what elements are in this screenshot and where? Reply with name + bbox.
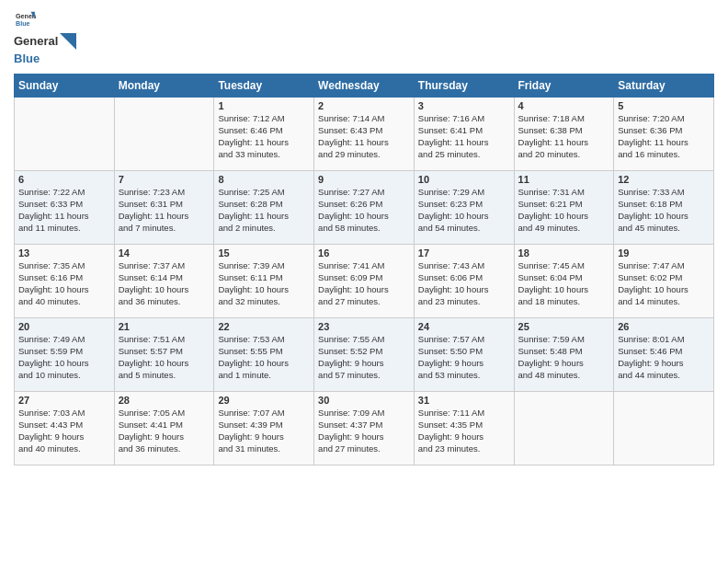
- day-header-saturday: Saturday: [614, 74, 714, 97]
- cell-w5-d4: 30Sunrise: 7:09 AM Sunset: 4:37 PM Dayli…: [314, 391, 415, 465]
- cell-w5-d3: 29Sunrise: 7:07 AM Sunset: 4:39 PM Dayli…: [214, 391, 314, 465]
- day-number: 2: [318, 100, 410, 111]
- logo: General Blue General Blue: [14, 9, 76, 66]
- cell-text: Sunrise: 7:49 AM Sunset: 5:59 PM Dayligh…: [18, 333, 110, 382]
- day-number: 9: [318, 174, 410, 185]
- day-number: 22: [218, 321, 310, 332]
- cell-w3-d6: 18Sunrise: 7:45 AM Sunset: 6:04 PM Dayli…: [514, 244, 614, 317]
- cell-w2-d4: 9Sunrise: 7:27 AM Sunset: 6:26 PM Daylig…: [314, 170, 415, 244]
- cell-w2-d1: 6Sunrise: 7:22 AM Sunset: 6:33 PM Daylig…: [15, 170, 115, 244]
- cell-text: Sunrise: 7:11 AM Sunset: 4:35 PM Dayligh…: [418, 407, 510, 455]
- day-header-sunday: Sunday: [15, 74, 115, 97]
- cell-w3-d1: 13Sunrise: 7:35 AM Sunset: 6:16 PM Dayli…: [15, 244, 115, 317]
- cell-text: Sunrise: 7:45 AM Sunset: 6:04 PM Dayligh…: [518, 259, 610, 308]
- svg-text:Blue: Blue: [16, 20, 30, 28]
- cell-text: Sunrise: 7:55 AM Sunset: 5:52 PM Dayligh…: [318, 333, 410, 382]
- day-number: 16: [318, 247, 410, 259]
- svg-marker-3: [60, 33, 76, 50]
- day-number: 3: [418, 100, 510, 111]
- cell-w5-d6: [514, 391, 614, 465]
- week-row-3: 13Sunrise: 7:35 AM Sunset: 6:16 PM Dayli…: [15, 244, 714, 317]
- cell-w2-d3: 8Sunrise: 7:25 AM Sunset: 6:28 PM Daylig…: [214, 170, 314, 244]
- day-number: 19: [618, 247, 710, 259]
- cell-text: Sunrise: 7:12 AM Sunset: 6:46 PM Dayligh…: [218, 112, 310, 161]
- day-number: 25: [518, 321, 610, 332]
- day-header-wednesday: Wednesday: [314, 74, 415, 97]
- cell-w3-d3: 15Sunrise: 7:39 AM Sunset: 6:11 PM Dayli…: [214, 244, 314, 317]
- day-number: 20: [18, 321, 110, 332]
- day-number: 24: [418, 321, 510, 332]
- cell-text: Sunrise: 7:51 AM Sunset: 5:57 PM Dayligh…: [119, 333, 210, 382]
- cell-text: Sunrise: 7:16 AM Sunset: 6:41 PM Dayligh…: [418, 112, 510, 161]
- calendar-table: SundayMondayTuesdayWednesdayThursdayFrid…: [14, 74, 714, 465]
- day-header-monday: Monday: [114, 74, 214, 97]
- day-number: 14: [119, 247, 210, 259]
- cell-text: Sunrise: 7:05 AM Sunset: 4:41 PM Dayligh…: [119, 407, 210, 455]
- cell-text: Sunrise: 7:07 AM Sunset: 4:39 PM Dayligh…: [218, 407, 310, 455]
- day-number: 27: [18, 395, 110, 406]
- cell-w5-d1: 27Sunrise: 7:03 AM Sunset: 4:43 PM Dayli…: [15, 391, 115, 465]
- cell-text: Sunrise: 7:20 AM Sunset: 6:36 PM Dayligh…: [618, 112, 710, 161]
- cell-text: Sunrise: 7:25 AM Sunset: 6:28 PM Dayligh…: [218, 186, 310, 235]
- cell-w3-d7: 19Sunrise: 7:47 AM Sunset: 6:02 PM Dayli…: [614, 244, 714, 317]
- day-number: 17: [418, 247, 510, 259]
- cell-w3-d2: 14Sunrise: 7:37 AM Sunset: 6:14 PM Dayli…: [114, 244, 214, 317]
- cell-w4-d4: 23Sunrise: 7:55 AM Sunset: 5:52 PM Dayli…: [314, 317, 415, 391]
- cell-w2-d6: 11Sunrise: 7:31 AM Sunset: 6:21 PM Dayli…: [514, 170, 614, 244]
- cell-w3-d5: 17Sunrise: 7:43 AM Sunset: 6:06 PM Dayli…: [414, 244, 514, 317]
- day-number: 12: [618, 174, 710, 185]
- cell-text: Sunrise: 7:57 AM Sunset: 5:50 PM Dayligh…: [418, 333, 510, 382]
- cell-text: Sunrise: 7:22 AM Sunset: 6:33 PM Dayligh…: [18, 186, 110, 235]
- cell-text: Sunrise: 7:23 AM Sunset: 6:31 PM Dayligh…: [119, 186, 210, 235]
- cell-text: Sunrise: 7:47 AM Sunset: 6:02 PM Dayligh…: [618, 259, 710, 308]
- cell-text: Sunrise: 7:59 AM Sunset: 5:48 PM Dayligh…: [518, 333, 610, 382]
- cell-w1-d5: 3Sunrise: 7:16 AM Sunset: 6:41 PM Daylig…: [414, 97, 514, 170]
- cell-text: Sunrise: 7:29 AM Sunset: 6:23 PM Dayligh…: [418, 186, 510, 235]
- cell-w2-d2: 7Sunrise: 7:23 AM Sunset: 6:31 PM Daylig…: [114, 170, 214, 244]
- day-header-friday: Friday: [514, 74, 614, 97]
- day-number: 4: [518, 100, 610, 111]
- header: General Blue General Blue: [14, 9, 714, 66]
- cell-w1-d4: 2Sunrise: 7:14 AM Sunset: 6:43 PM Daylig…: [314, 97, 415, 170]
- cell-text: Sunrise: 7:53 AM Sunset: 5:55 PM Dayligh…: [218, 333, 310, 382]
- cell-text: Sunrise: 7:33 AM Sunset: 6:18 PM Dayligh…: [618, 186, 710, 235]
- cell-w5-d5: 31Sunrise: 7:11 AM Sunset: 4:35 PM Dayli…: [414, 391, 514, 465]
- cell-w1-d6: 4Sunrise: 7:18 AM Sunset: 6:38 PM Daylig…: [514, 97, 614, 170]
- week-row-1: 1Sunrise: 7:12 AM Sunset: 6:46 PM Daylig…: [15, 97, 714, 170]
- cell-w4-d6: 25Sunrise: 7:59 AM Sunset: 5:48 PM Dayli…: [514, 317, 614, 391]
- header-row: SundayMondayTuesdayWednesdayThursdayFrid…: [15, 74, 714, 97]
- cell-text: Sunrise: 7:35 AM Sunset: 6:16 PM Dayligh…: [18, 259, 110, 308]
- cell-w2-d7: 12Sunrise: 7:33 AM Sunset: 6:18 PM Dayli…: [614, 170, 714, 244]
- day-number: 28: [119, 395, 210, 406]
- day-header-tuesday: Tuesday: [214, 74, 314, 97]
- cell-text: Sunrise: 7:31 AM Sunset: 6:21 PM Dayligh…: [518, 186, 610, 235]
- day-header-thursday: Thursday: [414, 74, 514, 97]
- cell-text: Sunrise: 7:41 AM Sunset: 6:09 PM Dayligh…: [318, 259, 410, 308]
- day-number: 26: [618, 321, 710, 332]
- week-row-5: 27Sunrise: 7:03 AM Sunset: 4:43 PM Dayli…: [15, 391, 714, 465]
- cell-text: Sunrise: 7:37 AM Sunset: 6:14 PM Dayligh…: [119, 259, 210, 308]
- cell-w1-d2: [114, 97, 214, 170]
- page-container: General Blue General Blue SundayMondayTu…: [0, 0, 728, 475]
- day-number: 8: [218, 174, 310, 185]
- day-number: 23: [318, 321, 410, 332]
- day-number: 13: [18, 247, 110, 259]
- cell-text: Sunrise: 7:18 AM Sunset: 6:38 PM Dayligh…: [518, 112, 610, 161]
- cell-w2-d5: 10Sunrise: 7:29 AM Sunset: 6:23 PM Dayli…: [414, 170, 514, 244]
- day-number: 31: [418, 395, 510, 406]
- cell-w3-d4: 16Sunrise: 7:41 AM Sunset: 6:09 PM Dayli…: [314, 244, 415, 317]
- cell-text: Sunrise: 7:14 AM Sunset: 6:43 PM Dayligh…: [318, 112, 410, 161]
- day-number: 11: [518, 174, 610, 185]
- day-number: 10: [418, 174, 510, 185]
- cell-w4-d1: 20Sunrise: 7:49 AM Sunset: 5:59 PM Dayli…: [15, 317, 115, 391]
- day-number: 29: [218, 395, 310, 406]
- day-number: 21: [119, 321, 210, 332]
- cell-w1-d1: [15, 97, 115, 170]
- week-row-2: 6Sunrise: 7:22 AM Sunset: 6:33 PM Daylig…: [15, 170, 714, 244]
- cell-text: Sunrise: 8:01 AM Sunset: 5:46 PM Dayligh…: [618, 333, 710, 382]
- cell-w5-d7: [614, 391, 714, 465]
- day-number: 18: [518, 247, 610, 259]
- week-row-4: 20Sunrise: 7:49 AM Sunset: 5:59 PM Dayli…: [15, 317, 714, 391]
- day-number: 7: [119, 174, 210, 185]
- cell-w1-d3: 1Sunrise: 7:12 AM Sunset: 6:46 PM Daylig…: [214, 97, 314, 170]
